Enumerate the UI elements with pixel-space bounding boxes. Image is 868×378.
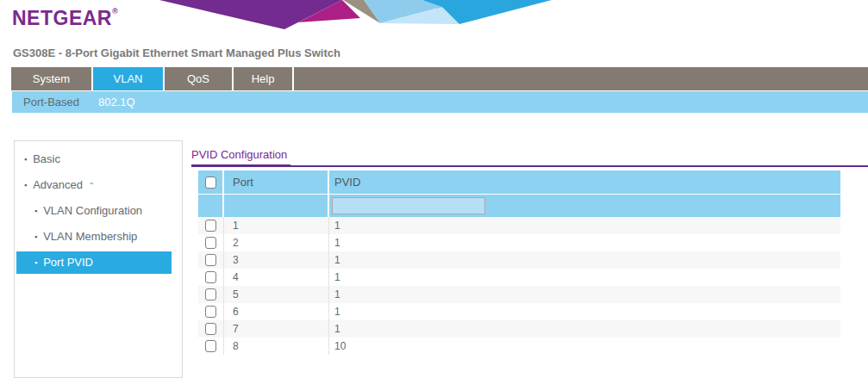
row-checkbox-cell: [198, 269, 224, 286]
select-all-checkbox[interactable]: [205, 177, 216, 189]
port-cell: 5: [224, 286, 329, 303]
sidebar-item-vlan-configuration[interactable]: ▪VLAN Configuration: [15, 198, 182, 224]
table-filter-row: [198, 195, 840, 217]
pvid-table: Port PVID 1 1 2 1 3 1: [198, 170, 840, 355]
table-row: 7 1: [198, 320, 840, 338]
bullet-icon: ▪: [24, 155, 27, 164]
sidebar-item-label: Basic: [33, 152, 60, 165]
sidebar-item-advanced[interactable]: ▪Advanced⌃: [15, 172, 182, 198]
sidebar-item-label: VLAN Membership: [43, 230, 137, 243]
port-cell: 3: [224, 251, 329, 269]
row-checkbox-cell: [198, 251, 224, 269]
row-checkbox-cell: [198, 338, 224, 355]
table-header-row: Port PVID: [198, 170, 840, 194]
table-row: 4 1: [198, 269, 840, 286]
table-row: 8 10: [198, 338, 840, 355]
table-row: 1 1: [198, 217, 840, 234]
pvid-cell: 10: [329, 338, 840, 355]
filter-pvid-cell: [329, 195, 840, 217]
sidebar-item-label: Advanced: [33, 178, 83, 191]
port-cell: 8: [224, 338, 329, 355]
sidebar-item-port-pvid[interactable]: ▪Port PVID: [16, 251, 172, 274]
section-heading: PVID Configuration: [191, 148, 290, 167]
netgear-logo: NETGEAR®: [12, 7, 118, 30]
pvid-cell: 1: [329, 251, 840, 269]
port-cell: 7: [224, 320, 329, 338]
collapse-caret-icon: ⌃: [88, 181, 95, 190]
table-body: 1 1 2 1 3 1 4 1 5 1 6 1: [198, 217, 840, 355]
row-checkbox[interactable]: [205, 254, 216, 266]
row-checkbox[interactable]: [205, 220, 216, 232]
main-nav: System VLAN QoS Help: [11, 67, 868, 90]
row-checkbox[interactable]: [205, 271, 216, 283]
port-cell: 6: [224, 303, 329, 320]
tab-qos[interactable]: QoS: [165, 67, 234, 90]
sidebar-item-label: Port PVID: [43, 256, 93, 269]
bullet-icon: ▪: [34, 258, 37, 267]
row-checkbox-cell: [198, 234, 224, 251]
filter-checkbox-cell: [198, 195, 224, 217]
pvid-cell: 1: [329, 286, 840, 303]
tab-system[interactable]: System: [11, 67, 93, 90]
column-header-pvid: PVID: [329, 170, 840, 194]
brand-banner-graphic: [138, 0, 586, 31]
table-row: 2 1: [198, 234, 840, 251]
port-cell: 4: [224, 269, 329, 286]
row-checkbox-cell: [198, 286, 224, 303]
pvid-cell: 1: [329, 217, 840, 234]
tab-vlan[interactable]: VLAN: [93, 67, 165, 90]
bullet-icon: ▪: [34, 207, 37, 215]
sidebar-item-label: VLAN Configuration: [43, 204, 142, 217]
row-checkbox-cell: [198, 320, 224, 338]
pvid-cell: 1: [329, 320, 840, 338]
column-header-port: Port: [224, 170, 329, 194]
subnav-item-port-based[interactable]: Port-Based: [23, 96, 79, 108]
netgear-logo-text: NETGEAR: [12, 7, 112, 29]
page-title: GS308E - 8-Port Gigabit Ethernet Smart M…: [0, 41, 868, 67]
bullet-icon: ▪: [34, 232, 37, 241]
sidebar-item-basic[interactable]: ▪Basic: [15, 146, 182, 172]
tab-help[interactable]: Help: [234, 67, 294, 90]
row-checkbox[interactable]: [205, 323, 216, 335]
table-row: 3 1: [198, 251, 840, 269]
pvid-cell: 1: [329, 234, 840, 251]
table-row: 6 1: [198, 303, 840, 320]
sub-nav: Port-Based 802.1Q: [12, 91, 868, 113]
section-heading-rule: PVID Configuration: [191, 146, 868, 167]
bullet-icon: ▪: [24, 181, 27, 189]
row-checkbox-cell: [198, 303, 224, 320]
pvid-cell: 1: [329, 303, 840, 320]
row-checkbox[interactable]: [205, 237, 216, 249]
row-checkbox-cell: [198, 217, 224, 234]
port-cell: 2: [224, 234, 329, 251]
port-cell: 1: [224, 217, 329, 234]
sidebar-item-vlan-membership[interactable]: ▪VLAN Membership: [15, 224, 182, 250]
registered-trademark-symbol: ®: [112, 7, 118, 15]
page-header: NETGEAR®: [0, 0, 868, 41]
row-checkbox[interactable]: [205, 306, 216, 318]
main-content: PVID Configuration Port PVID 1 1 2: [191, 146, 868, 355]
pvid-cell: 1: [329, 269, 840, 286]
filter-port-cell: [224, 195, 329, 217]
header-checkbox-cell: [198, 170, 224, 194]
subnav-item-8021q[interactable]: 802.1Q: [98, 96, 135, 108]
table-row: 5 1: [198, 286, 840, 303]
pvid-filter-input[interactable]: [332, 197, 485, 214]
sidebar: ▪Basic ▪Advanced⌃ ▪VLAN Configuration ▪V…: [14, 140, 183, 378]
row-checkbox[interactable]: [205, 340, 216, 352]
row-checkbox[interactable]: [205, 288, 216, 301]
sidebar-menu: ▪Basic ▪Advanced⌃ ▪VLAN Configuration ▪V…: [15, 141, 182, 274]
